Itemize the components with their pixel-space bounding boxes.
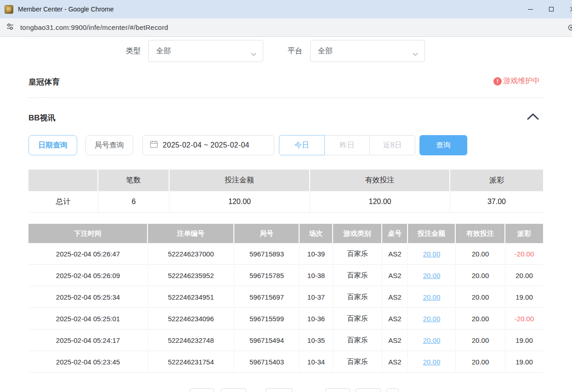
close-icon (570, 7, 572, 12)
game-type-cell: 百家乐 (333, 265, 382, 286)
col-order-id: 注单编号 (148, 224, 234, 243)
summary-total-row: 总计 6 120.00 120.00 37.00 (28, 191, 543, 213)
summary-header-count: 笔数 (98, 170, 170, 191)
payout-value: -20.00 (515, 315, 534, 323)
round-id-cell: 596715893 (234, 243, 300, 265)
bet-amount-link[interactable]: 20.00 (423, 293, 441, 301)
bet-time-cell: 2025-02-04 05:26:09 (28, 265, 148, 286)
yesterday-button[interactable]: 昨日 (325, 135, 370, 155)
payout-value: -20.00 (515, 250, 534, 258)
valid-bet-cell: 20.00 (456, 330, 505, 351)
table-no-cell: AS2 (382, 351, 408, 373)
type-filter-label: 类型 (126, 46, 141, 56)
summary-header-payout: 派彩 (450, 170, 543, 191)
payout-cell: 19.00 (505, 351, 543, 373)
session-cell: 10-35 (300, 330, 333, 351)
date-range-picker[interactable]: 2025-02-04 ~ 2025-02-04 (142, 135, 274, 155)
chevron-down-icon (251, 50, 256, 58)
session-cell: 10-38 (300, 265, 333, 286)
order-id-cell: 522246235952 (148, 265, 234, 286)
bet-amount-link[interactable]: 20.00 (423, 272, 441, 279)
col-session: 场次 (300, 224, 333, 243)
url-text[interactable]: tongbao31.com:9900/infe/mcenter/#/betRec… (20, 23, 168, 31)
date-query-tab[interactable]: 日期查询 (28, 135, 77, 155)
last-8-days-button[interactable]: 近8日 (370, 135, 415, 155)
bet-time-cell: 2025-02-04 05:25:01 (28, 308, 148, 330)
col-game-type: 游戏类别 (333, 224, 382, 243)
round-id-cell: 596715697 (234, 286, 300, 308)
chevron-up-icon[interactable] (527, 113, 539, 122)
bet-time-cell: 2025-02-04 05:23:45 (28, 351, 148, 373)
pagination-button[interactable] (386, 388, 399, 392)
table-row: 2025-02-04 05:23:45 522246231754 5967154… (28, 351, 543, 373)
pagination-button[interactable] (356, 388, 381, 392)
table-no-cell: AS2 (382, 308, 408, 330)
section-title-bb-video: BB视讯 (28, 113, 56, 123)
table-no-cell: AS2 (382, 243, 408, 265)
payout-cell: 20.00 (505, 265, 543, 286)
bet-time-cell: 2025-02-04 05:25:34 (28, 286, 148, 308)
site-settings-icon[interactable] (6, 22, 15, 33)
payout-cell: -20.00 (505, 308, 543, 330)
col-table-no: 桌号 (382, 224, 408, 243)
address-bar[interactable]: tongbao31.com:9900/infe/mcenter/#/betRec… (0, 18, 572, 37)
payout-value: 19.00 (515, 293, 533, 301)
section-divider (28, 97, 543, 98)
order-id-cell: 522246234951 (148, 286, 234, 308)
bet-amount-link[interactable]: 20.00 (423, 250, 441, 258)
app-icon (5, 5, 13, 14)
table-header-row: 下注时间 注单编号 局号 场次 游戏类别 桌号 投注金额 有效投注 派彩 (28, 224, 543, 243)
game-type-cell: 百家乐 (333, 243, 382, 265)
maximize-button[interactable] (541, 0, 562, 18)
col-payout: 派彩 (505, 224, 543, 243)
bet-amount-link[interactable]: 20.00 (423, 315, 441, 323)
today-button[interactable]: 今日 (279, 135, 325, 155)
search-button[interactable]: 查询 (419, 135, 467, 155)
summary-header-empty (28, 170, 98, 191)
summary-bet-value: 120.00 (170, 191, 310, 213)
close-button[interactable] (562, 0, 572, 18)
maximize-icon (549, 7, 554, 11)
pagination-button[interactable] (266, 388, 293, 392)
table-no-cell: AS2 (382, 265, 408, 286)
table-no-cell: AS2 (382, 286, 408, 308)
type-select[interactable]: 全部 (148, 40, 263, 62)
pagination-button[interactable] (221, 388, 246, 392)
game-type-cell: 百家乐 (333, 351, 382, 373)
table-no-cell: AS2 (382, 330, 408, 351)
window-controls (520, 0, 572, 18)
minimize-icon (528, 9, 533, 10)
payout-cell: 19.00 (505, 330, 543, 351)
payout-cell: 19.00 (505, 286, 543, 308)
summary-total-label: 总计 (28, 191, 98, 213)
maintenance-badge: ! 游戏维护中 (493, 76, 540, 86)
table-row: 2025-02-04 05:26:09 522246235952 5967157… (28, 265, 543, 286)
bet-amount-link[interactable]: 20.00 (423, 358, 441, 366)
browser-gear-icon[interactable] (566, 23, 572, 34)
bet-amount-link[interactable]: 20.00 (423, 336, 441, 344)
col-bet-amount: 投注金额 (408, 224, 456, 243)
pagination-button[interactable] (325, 388, 350, 392)
summary-header-bet: 投注金额 (170, 170, 310, 191)
window-title: Member Center - Google Chrome (18, 6, 114, 13)
game-type-cell: 百家乐 (333, 308, 382, 330)
valid-bet-cell: 20.00 (456, 243, 505, 265)
bet-time-cell: 2025-02-04 05:26:47 (28, 243, 148, 265)
platform-select-value: 全部 (318, 46, 333, 56)
order-id-cell: 522246232748 (148, 330, 234, 351)
date-range-value: 2025-02-04 ~ 2025-02-04 (163, 141, 249, 149)
round-id-cell: 596715494 (234, 330, 300, 351)
error-icon: ! (493, 77, 502, 85)
table-row: 2025-02-04 05:25:01 522246234096 5967155… (28, 308, 543, 330)
summary-count-value: 6 (98, 191, 170, 213)
round-query-tab[interactable]: 局号查询 (85, 135, 133, 155)
pagination-button[interactable] (190, 388, 214, 392)
window-titlebar: Member Center - Google Chrome (0, 0, 572, 18)
session-cell: 10-37 (300, 286, 333, 308)
summary-header-row: 笔数 投注金额 有效投注 派彩 (28, 170, 543, 191)
session-cell: 10-39 (300, 243, 333, 265)
round-id-cell: 596715599 (234, 308, 300, 330)
type-select-value: 全部 (156, 46, 171, 56)
minimize-button[interactable] (520, 0, 541, 18)
platform-select[interactable]: 全部 (310, 40, 425, 62)
